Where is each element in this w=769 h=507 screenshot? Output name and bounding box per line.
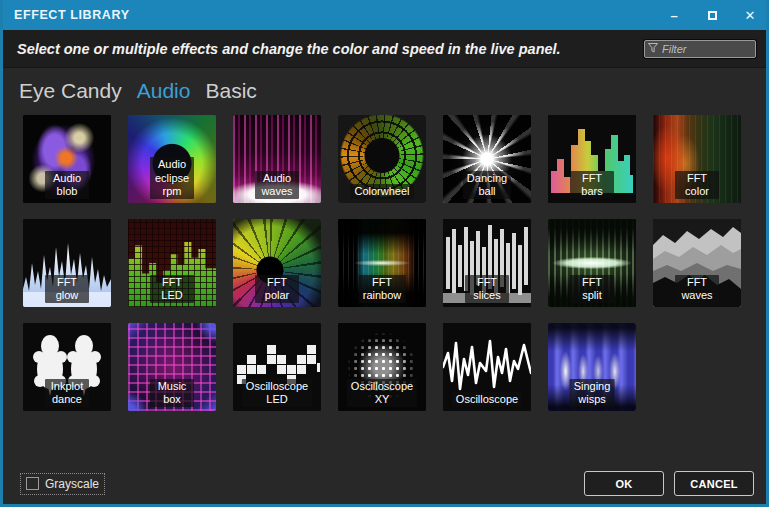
effect-oscilloscope-xy[interactable]: Oscilloscope XY <box>338 323 426 411</box>
effect-label: Audio blob <box>45 171 89 199</box>
effect-label: FFT split <box>570 275 614 303</box>
effect-label: FFT LED <box>150 275 194 303</box>
titlebar[interactable]: EFFECT LIBRARY – ✕ <box>0 0 769 30</box>
footer-bar: Grayscale OK CANCEL <box>3 471 766 496</box>
effect-oscilloscope-led[interactable]: Oscilloscope LED <box>233 323 321 411</box>
effect-label: Oscilloscope XY <box>347 379 417 407</box>
effect-fft-color[interactable]: FFT color <box>653 115 741 203</box>
instruction-bar: Select one or multiple effects and chang… <box>3 30 766 68</box>
effect-grid: Audio blobAudio eclipse rpmAudio wavesCo… <box>23 115 766 411</box>
effect-label: Oscilloscope LED <box>242 379 312 407</box>
dialog-buttons: OK CANCEL <box>584 471 754 496</box>
effect-music-box[interactable]: Music box <box>128 323 216 411</box>
effect-fft-split[interactable]: FFT split <box>548 219 636 307</box>
tab-eye-candy[interactable]: Eye Candy <box>19 79 122 103</box>
effect-fft-slices[interactable]: FFT slices <box>443 219 531 307</box>
effect-label: FFT rainbow <box>359 275 406 303</box>
effect-fft-waves[interactable]: FFT waves <box>653 219 741 307</box>
instruction-text: Select one or multiple effects and chang… <box>17 41 561 57</box>
grayscale-label: Grayscale <box>45 477 99 491</box>
grayscale-checkbox-input[interactable] <box>26 477 39 490</box>
effect-fft-polar[interactable]: FFT polar <box>233 219 321 307</box>
close-icon[interactable]: ✕ <box>743 8 757 22</box>
effect-label: FFT waves <box>675 275 719 303</box>
effect-dancing-ball[interactable]: Dancing ball <box>443 115 531 203</box>
effect-audio-eclipse[interactable]: Audio eclipse rpm <box>128 115 216 203</box>
filter-box <box>644 39 756 58</box>
minimize-icon[interactable]: – <box>667 8 681 22</box>
filter-input[interactable] <box>644 40 756 58</box>
ok-button[interactable]: OK <box>584 471 664 496</box>
effect-label: FFT color <box>675 171 719 199</box>
effect-singing-wisps[interactable]: Singing wisps <box>548 323 636 411</box>
effect-label: Colorwheel <box>350 184 413 199</box>
effect-label: Music box <box>150 379 194 407</box>
cancel-button[interactable]: CANCEL <box>674 471 754 496</box>
effect-label: Singing wisps <box>570 379 615 407</box>
effect-audio-blob[interactable]: Audio blob <box>23 115 111 203</box>
effect-label: Oscilloscope <box>452 392 522 407</box>
effect-fft-led[interactable]: FFT LED <box>128 219 216 307</box>
grayscale-checkbox[interactable]: Grayscale <box>21 474 104 494</box>
window-title: EFFECT LIBRARY <box>14 8 130 22</box>
effect-colorwheel[interactable]: Colorwheel <box>338 115 426 203</box>
maximize-icon[interactable] <box>705 8 719 22</box>
effect-inkplot-dance[interactable]: Inkplot dance <box>23 323 111 411</box>
effect-label: FFT glow <box>45 275 89 303</box>
effect-oscilloscope[interactable]: Oscilloscope <box>443 323 531 411</box>
effect-label: FFT polar <box>255 275 299 303</box>
effect-fft-rainbow[interactable]: FFT rainbow <box>338 219 426 307</box>
effect-label: FFT bars <box>570 171 614 199</box>
effect-label: FFT slices <box>465 275 509 303</box>
effect-label: Dancing ball <box>463 171 511 199</box>
effect-audio-waves[interactable]: Audio waves <box>233 115 321 203</box>
tab-basic[interactable]: Basic <box>205 79 256 103</box>
effect-label: Audio waves <box>255 171 299 199</box>
tab-audio[interactable]: Audio <box>137 79 191 103</box>
effect-label: Inkplot dance <box>45 379 89 407</box>
effect-fft-bars[interactable]: FFT bars <box>548 115 636 203</box>
effect-label: Audio eclipse rpm <box>150 157 194 199</box>
effect-fft-glow[interactable]: FFT glow <box>23 219 111 307</box>
category-tabs: Eye CandyAudioBasic <box>19 79 766 103</box>
window-controls: – ✕ <box>667 8 757 22</box>
effect-library-dialog: EFFECT LIBRARY – ✕ Select one or multipl… <box>0 0 769 507</box>
